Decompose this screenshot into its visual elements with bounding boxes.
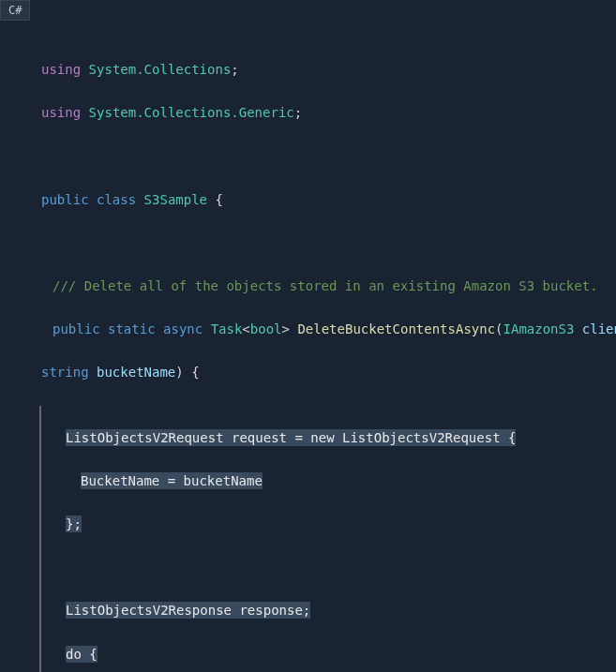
using-keyword: using [41,62,81,77]
using-line-2: using System.Collections.Generic; [41,102,616,124]
using-keyword: using [41,105,81,120]
code-line: ListObjectsV2Request request = new ListO… [41,427,616,449]
using-line-1: using System.Collections; [41,59,616,81]
code-line: }; [41,514,616,535]
code-line: ListObjectsV2Response response; [41,600,616,621]
doc-comment: /// Delete all of the objects stored in … [41,276,616,297]
tab-label: C# [8,4,22,17]
code-editor[interactable]: using System.Collections; using System.C… [0,21,616,672]
namespace: System.Collections [89,62,232,77]
class-declaration: public class S3Sample { [41,189,616,211]
suggestion-block: ListObjectsV2Request request = new ListO… [39,406,616,672]
code-line: do { [41,644,616,665]
code-line: BucketName = bucketName [41,470,616,492]
language-tab[interactable]: C# [0,0,30,21]
method-signature: public static async Task<bool> DeleteBuc… [41,319,616,340]
namespace: System.Collections.Generic [89,105,294,120]
method-signature-cont: string bucketName) { [41,362,616,383]
